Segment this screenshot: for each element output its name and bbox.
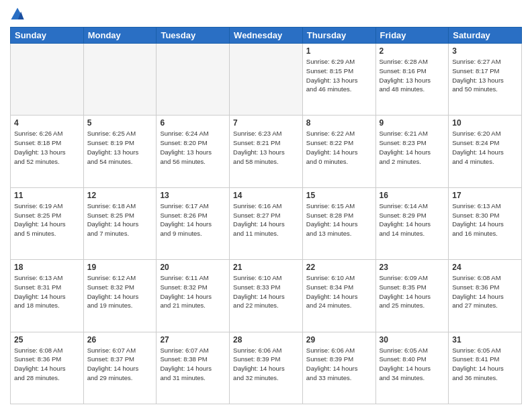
calendar-header-sunday: Sunday xyxy=(11,28,84,44)
day-info: Sunrise: 6:08 AM Sunset: 8:36 PM Dayligh… xyxy=(452,273,518,310)
calendar-cell: 20Sunrise: 6:11 AM Sunset: 8:32 PM Dayli… xyxy=(157,260,230,332)
calendar-header-wednesday: Wednesday xyxy=(230,28,303,44)
day-number: 9 xyxy=(380,118,445,128)
day-info: Sunrise: 6:10 AM Sunset: 8:33 PM Dayligh… xyxy=(233,273,299,310)
day-number: 21 xyxy=(233,263,299,272)
calendar-week-5: 25Sunrise: 6:08 AM Sunset: 8:36 PM Dayli… xyxy=(11,332,522,404)
day-info: Sunrise: 6:06 AM Sunset: 8:39 PM Dayligh… xyxy=(233,346,299,383)
calendar-cell: 7Sunrise: 6:23 AM Sunset: 8:21 PM Daylig… xyxy=(230,116,303,187)
calendar-cell: 19Sunrise: 6:12 AM Sunset: 8:32 PM Dayli… xyxy=(83,260,157,332)
day-number: 20 xyxy=(160,263,226,272)
calendar-cell: 10Sunrise: 6:20 AM Sunset: 8:24 PM Dayli… xyxy=(449,116,522,187)
day-info: Sunrise: 6:26 AM Sunset: 8:18 PM Dayligh… xyxy=(14,129,80,166)
day-info: Sunrise: 6:19 AM Sunset: 8:25 PM Dayligh… xyxy=(14,201,80,238)
calendar-cell: 1Sunrise: 6:29 AM Sunset: 8:15 PM Daylig… xyxy=(302,44,375,116)
day-info: Sunrise: 6:07 AM Sunset: 8:37 PM Dayligh… xyxy=(87,346,153,383)
day-info: Sunrise: 6:07 AM Sunset: 8:38 PM Dayligh… xyxy=(160,346,226,383)
calendar-cell: 23Sunrise: 6:09 AM Sunset: 8:35 PM Dayli… xyxy=(375,260,449,332)
day-number: 23 xyxy=(380,263,445,272)
day-info: Sunrise: 6:27 AM Sunset: 8:17 PM Dayligh… xyxy=(452,57,518,94)
day-info: Sunrise: 6:25 AM Sunset: 8:19 PM Dayligh… xyxy=(87,129,153,166)
day-number: 19 xyxy=(87,263,153,272)
logo-icon xyxy=(10,7,25,21)
calendar-cell: 28Sunrise: 6:06 AM Sunset: 8:39 PM Dayli… xyxy=(230,332,303,404)
day-info: Sunrise: 6:22 AM Sunset: 8:22 PM Dayligh… xyxy=(306,129,372,166)
day-number: 10 xyxy=(452,118,518,128)
day-info: Sunrise: 6:17 AM Sunset: 8:26 PM Dayligh… xyxy=(160,201,226,238)
calendar-cell xyxy=(11,44,84,116)
day-number: 12 xyxy=(87,191,153,200)
day-number: 7 xyxy=(233,118,299,128)
day-info: Sunrise: 6:05 AM Sunset: 8:40 PM Dayligh… xyxy=(380,346,445,383)
day-info: Sunrise: 6:10 AM Sunset: 8:34 PM Dayligh… xyxy=(306,273,372,310)
calendar-cell: 3Sunrise: 6:27 AM Sunset: 8:17 PM Daylig… xyxy=(449,44,522,116)
day-info: Sunrise: 6:12 AM Sunset: 8:32 PM Dayligh… xyxy=(87,273,153,310)
day-info: Sunrise: 6:16 AM Sunset: 8:27 PM Dayligh… xyxy=(233,201,299,238)
day-info: Sunrise: 6:23 AM Sunset: 8:21 PM Dayligh… xyxy=(233,129,299,166)
calendar-cell: 13Sunrise: 6:17 AM Sunset: 8:26 PM Dayli… xyxy=(157,187,230,259)
calendar-cell: 30Sunrise: 6:05 AM Sunset: 8:40 PM Dayli… xyxy=(375,332,449,404)
day-number: 27 xyxy=(160,335,226,345)
calendar-header-monday: Monday xyxy=(83,28,157,44)
calendar-cell: 8Sunrise: 6:22 AM Sunset: 8:22 PM Daylig… xyxy=(302,116,375,187)
day-number: 11 xyxy=(14,191,80,200)
day-info: Sunrise: 6:08 AM Sunset: 8:36 PM Dayligh… xyxy=(14,346,80,383)
day-number: 26 xyxy=(87,335,153,345)
calendar-cell: 16Sunrise: 6:14 AM Sunset: 8:29 PM Dayli… xyxy=(375,187,449,259)
calendar-cell xyxy=(157,44,230,116)
calendar-cell: 5Sunrise: 6:25 AM Sunset: 8:19 PM Daylig… xyxy=(83,116,157,187)
day-info: Sunrise: 6:20 AM Sunset: 8:24 PM Dayligh… xyxy=(452,129,518,166)
day-info: Sunrise: 6:11 AM Sunset: 8:32 PM Dayligh… xyxy=(160,273,226,310)
calendar-cell: 9Sunrise: 6:21 AM Sunset: 8:23 PM Daylig… xyxy=(375,116,449,187)
calendar-cell xyxy=(230,44,303,116)
day-info: Sunrise: 6:14 AM Sunset: 8:29 PM Dayligh… xyxy=(380,201,445,238)
day-number: 8 xyxy=(306,118,372,128)
calendar-cell: 18Sunrise: 6:13 AM Sunset: 8:31 PM Dayli… xyxy=(11,260,84,332)
day-info: Sunrise: 6:06 AM Sunset: 8:39 PM Dayligh… xyxy=(306,346,372,383)
logo xyxy=(10,7,28,21)
calendar-week-1: 1Sunrise: 6:29 AM Sunset: 8:15 PM Daylig… xyxy=(11,44,522,116)
day-number: 17 xyxy=(452,191,518,200)
calendar-cell: 17Sunrise: 6:13 AM Sunset: 8:30 PM Dayli… xyxy=(449,187,522,259)
day-info: Sunrise: 6:15 AM Sunset: 8:28 PM Dayligh… xyxy=(306,201,372,238)
calendar-header-tuesday: Tuesday xyxy=(157,28,230,44)
day-number: 13 xyxy=(160,191,226,200)
calendar-week-2: 4Sunrise: 6:26 AM Sunset: 8:18 PM Daylig… xyxy=(11,116,522,187)
calendar-cell: 26Sunrise: 6:07 AM Sunset: 8:37 PM Dayli… xyxy=(83,332,157,404)
calendar-cell: 22Sunrise: 6:10 AM Sunset: 8:34 PM Dayli… xyxy=(302,260,375,332)
calendar-cell: 29Sunrise: 6:06 AM Sunset: 8:39 PM Dayli… xyxy=(302,332,375,404)
day-info: Sunrise: 6:09 AM Sunset: 8:35 PM Dayligh… xyxy=(380,273,445,310)
day-number: 18 xyxy=(14,263,80,272)
calendar-cell: 25Sunrise: 6:08 AM Sunset: 8:36 PM Dayli… xyxy=(11,332,84,404)
calendar-cell: 31Sunrise: 6:05 AM Sunset: 8:41 PM Dayli… xyxy=(449,332,522,404)
calendar-cell: 14Sunrise: 6:16 AM Sunset: 8:27 PM Dayli… xyxy=(230,187,303,259)
day-info: Sunrise: 6:29 AM Sunset: 8:15 PM Dayligh… xyxy=(306,57,372,94)
day-number: 2 xyxy=(380,46,445,56)
day-number: 22 xyxy=(306,263,372,272)
day-number: 28 xyxy=(233,335,299,345)
day-number: 1 xyxy=(306,46,372,56)
calendar-cell: 21Sunrise: 6:10 AM Sunset: 8:33 PM Dayli… xyxy=(230,260,303,332)
calendar-header-saturday: Saturday xyxy=(449,28,522,44)
calendar-week-3: 11Sunrise: 6:19 AM Sunset: 8:25 PM Dayli… xyxy=(11,187,522,259)
day-info: Sunrise: 6:21 AM Sunset: 8:23 PM Dayligh… xyxy=(380,129,445,166)
calendar-header-thursday: Thursday xyxy=(302,28,375,44)
day-number: 31 xyxy=(452,335,518,345)
calendar-table: SundayMondayTuesdayWednesdayThursdayFrid… xyxy=(10,27,522,404)
calendar-header-row: SundayMondayTuesdayWednesdayThursdayFrid… xyxy=(11,28,522,44)
day-number: 5 xyxy=(87,118,153,128)
day-info: Sunrise: 6:13 AM Sunset: 8:30 PM Dayligh… xyxy=(452,201,518,238)
calendar-cell: 6Sunrise: 6:24 AM Sunset: 8:20 PM Daylig… xyxy=(157,116,230,187)
day-number: 15 xyxy=(306,191,372,200)
day-info: Sunrise: 6:24 AM Sunset: 8:20 PM Dayligh… xyxy=(160,129,226,166)
day-info: Sunrise: 6:13 AM Sunset: 8:31 PM Dayligh… xyxy=(14,273,80,310)
day-number: 25 xyxy=(14,335,80,345)
day-number: 6 xyxy=(160,118,226,128)
day-number: 14 xyxy=(233,191,299,200)
day-number: 16 xyxy=(380,191,445,200)
day-number: 24 xyxy=(452,263,518,272)
calendar-cell: 4Sunrise: 6:26 AM Sunset: 8:18 PM Daylig… xyxy=(11,116,84,187)
calendar-cell: 2Sunrise: 6:28 AM Sunset: 8:16 PM Daylig… xyxy=(375,44,449,116)
day-info: Sunrise: 6:18 AM Sunset: 8:25 PM Dayligh… xyxy=(87,201,153,238)
calendar-header-friday: Friday xyxy=(375,28,449,44)
